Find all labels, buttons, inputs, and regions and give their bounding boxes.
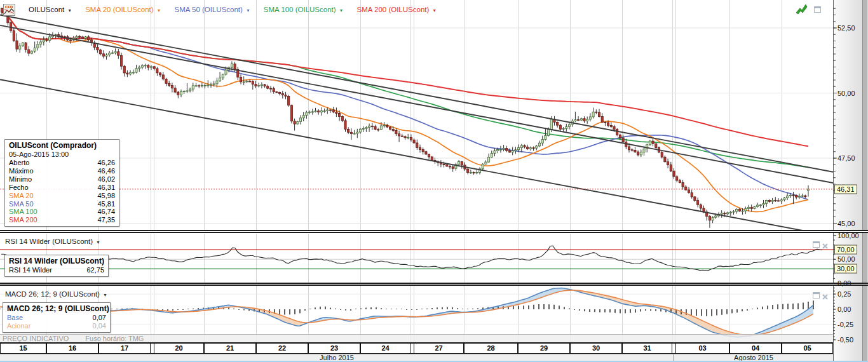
- chevron-down-icon: ▼: [246, 8, 250, 13]
- chevron-down-icon: ▼: [157, 8, 161, 13]
- tooltip-row: SMA 5045,81: [9, 200, 115, 208]
- svg-text:CFD: CFD: [5, 5, 13, 9]
- tooltip-row-value: 0,07: [93, 314, 106, 322]
- tooltip-row: Aberto46,26: [9, 159, 115, 167]
- indicative-price-label: PREÇO INDICATIVO: [3, 335, 69, 342]
- day-label[interactable]: 23: [308, 344, 360, 353]
- day-label[interactable]: 03: [675, 344, 729, 353]
- day-label[interactable]: 22: [256, 344, 308, 353]
- trend-flash-icon[interactable]: [796, 3, 808, 17]
- rsi-panel: [0, 246, 833, 271]
- indicator-selectors: SMA 20 (OILUScont)▼SMA 50 (OILUScont)▼SM…: [85, 6, 437, 13]
- status-bar: PREÇO INDICATIVO Fuso horário: TMG: [0, 334, 833, 342]
- tooltip-row-label: Mínimo: [9, 175, 32, 184]
- tooltip-row: Fecho46,31: [9, 184, 115, 192]
- macd-header-label: MACD 26; 12; 9 (OILUScont): [5, 290, 100, 298]
- rsi-close-icon[interactable]: [822, 241, 829, 252]
- day-label[interactable]: 17: [98, 344, 151, 353]
- price-tick-label: 50,00: [837, 90, 855, 97]
- indicator-label: SMA 200 (OILUScont): [357, 6, 430, 13]
- chevron-down-icon: ▼: [67, 8, 72, 13]
- indicator-selector[interactable]: SMA 100 (OILUScont)▼: [264, 6, 344, 13]
- tooltip-row-value: 47,35: [97, 216, 115, 224]
- sma-50-line: [2, 12, 808, 199]
- last-price-tag: 46,31: [834, 184, 857, 194]
- tooltip-row-value: 46,74: [97, 208, 115, 216]
- tooltip-row-label: Aberto: [9, 159, 29, 167]
- day-label[interactable]: 28: [464, 344, 518, 353]
- tooltip-row-label: SMA 100: [9, 208, 37, 216]
- instrument-label: OILUScont: [29, 6, 64, 13]
- ohlc-tooltip: OILUScont (Comprador) 05-Ago-2015 13:00 …: [4, 139, 119, 227]
- tooltip-row: Acionar0,04: [7, 322, 106, 330]
- day-label[interactable]: 30: [570, 344, 622, 353]
- rsi-tick-label: 50,00: [837, 255, 855, 263]
- indicator-label: SMA 100 (OILUScont): [264, 6, 336, 13]
- macd-tick-label: 0,25: [837, 290, 851, 298]
- tooltip-row: SMA 20047,35: [9, 216, 115, 224]
- indicator-selector[interactable]: SMA 200 (OILUScont)▼: [357, 6, 437, 13]
- macd-panel-header[interactable]: MACD 26; 12; 9 (OILUScont) ▼: [5, 290, 107, 298]
- macd-tick-label: -0,50: [837, 336, 853, 344]
- indicator-selector[interactable]: SMA 50 (OILUScont)▼: [175, 6, 250, 13]
- price-tick-label: 52,50: [837, 24, 855, 32]
- restore-window-icon[interactable]: [814, 6, 821, 13]
- tooltip-row-label: Máximo: [9, 167, 34, 175]
- trading-chart-window: CFD OILUScont ▼ SMA 20 (OILUScont)▼SMA 5…: [0, 0, 868, 362]
- chart-toolbar: CFD OILUScont ▼ SMA 20 (OILUScont)▼SMA 5…: [3, 3, 437, 16]
- tooltip-row-label: Fecho: [9, 184, 29, 192]
- cfd-instrument-icon: CFD: [3, 4, 15, 16]
- rsi-tick-label: 0,00: [837, 279, 851, 287]
- time-axis-days[interactable]: 15161720212223242728293031030405: [0, 342, 833, 354]
- rsi-tick-label: 70,00: [834, 245, 857, 255]
- macd-tooltip: MACD 26; 12; 9 (OILUScont) Base0,07Acion…: [3, 302, 111, 333]
- tooltip-row: Máximo46,46: [9, 167, 115, 175]
- tooltip-row: SMA 10046,74: [9, 208, 115, 216]
- tooltip-title: RSI 14 Wilder (OILUScont): [9, 257, 104, 266]
- tooltip-row-label: Base: [7, 314, 23, 322]
- day-label[interactable]: 16: [46, 344, 98, 353]
- chevron-down-icon: ▼: [339, 8, 344, 13]
- chevron-down-icon: ▼: [432, 8, 437, 13]
- day-label[interactable]: 31: [622, 344, 672, 353]
- indicator-selector[interactable]: SMA 20 (OILUScont)▼: [85, 6, 161, 13]
- macd-restore-icon[interactable]: [813, 292, 820, 298]
- tooltip-row-value: 46,02: [97, 175, 115, 184]
- panel-divider-rsi-macd[interactable]: [0, 283, 868, 286]
- instrument-selector[interactable]: OILUScont ▼: [29, 6, 72, 13]
- tooltip-row-label: Acionar: [7, 322, 31, 330]
- tooltip-row-value: 45,81: [97, 200, 115, 208]
- rsi-panel-header[interactable]: RSI 14 Wilder (OILUScont) ▼: [5, 238, 100, 245]
- tooltip-title: MACD 26; 12; 9 (OILUScont): [7, 304, 106, 314]
- macd-tick-label: -0,25: [837, 321, 853, 328]
- tooltip-row-label: SMA 50: [9, 200, 34, 208]
- rsi-header-label: RSI 14 Wilder (OILUScont): [5, 238, 93, 245]
- day-label[interactable]: 27: [414, 344, 464, 353]
- tooltip-row-label: SMA 20: [9, 192, 34, 200]
- day-label[interactable]: 05: [782, 344, 833, 353]
- day-label[interactable]: 21: [204, 344, 256, 353]
- sma-200-line: [2, 12, 808, 146]
- tooltip-row-value: 62,75: [86, 266, 104, 274]
- macd-close-icon[interactable]: [822, 292, 829, 303]
- trendline-2: [0, 25, 833, 183]
- day-label[interactable]: 04: [729, 344, 782, 353]
- day-label[interactable]: 24: [360, 344, 410, 353]
- tooltip-row-label: RSI 14 Wilder: [9, 266, 52, 274]
- panel-divider-main-rsi[interactable]: [0, 230, 868, 233]
- day-label[interactable]: 29: [518, 344, 570, 353]
- day-label[interactable]: 15: [0, 344, 46, 353]
- tooltip-title: OILUScont (Comprador): [9, 141, 115, 151]
- tooltip-datetime: 05-Ago-2015 13:00: [9, 151, 115, 159]
- day-label[interactable]: 20: [154, 344, 204, 353]
- tooltip-row-value: 46,46: [97, 167, 115, 175]
- chevron-down-icon: ▼: [103, 293, 107, 297]
- rsi-restore-icon[interactable]: [813, 241, 820, 248]
- macd-tick-label: 0,00: [837, 305, 851, 313]
- gridlines: [0, 0, 834, 342]
- chart-canvas[interactable]: [0, 0, 868, 362]
- candlestick-series: [1, 8, 809, 228]
- tooltip-row-value: 45,98: [97, 192, 115, 200]
- tooltip-row: Mínimo46,02: [9, 175, 115, 184]
- tooltip-row-value: 46,26: [97, 159, 115, 167]
